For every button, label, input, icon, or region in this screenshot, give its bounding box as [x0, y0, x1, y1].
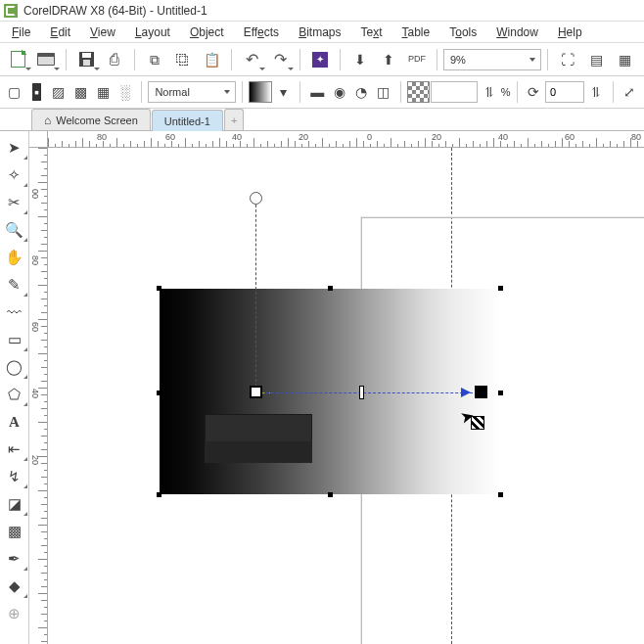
selection-handle[interactable] — [157, 492, 161, 497]
node-opacity-input[interactable] — [431, 81, 478, 103]
node-transparency-swatch[interactable] — [407, 81, 431, 103]
freehand-tool[interactable]: ✎ — [3, 274, 26, 296]
zoom-dropdown[interactable]: 9% — [443, 49, 541, 70]
menu-file[interactable]: File — [2, 23, 40, 41]
export-button[interactable]: ⬆ — [375, 47, 402, 72]
import-button[interactable]: ⬇ — [346, 47, 374, 72]
selection-handle[interactable] — [328, 492, 333, 497]
add-tab-button[interactable]: + — [224, 109, 244, 130]
toolbar-separator — [517, 81, 518, 103]
transparency-swatch[interactable] — [249, 81, 272, 103]
show-grid-button[interactable]: ▦ — [611, 47, 638, 72]
quick-customize-button[interactable]: ⊕ — [3, 603, 26, 624]
ellipse-tool[interactable]: ◯ — [3, 356, 26, 378]
save-button[interactable] — [72, 47, 100, 72]
toolbar-separator — [299, 81, 300, 103]
new-doc-button[interactable] — [4, 47, 31, 72]
tab-welcome[interactable]: ⌂ Welcome Screen — [31, 109, 151, 130]
pattern-transparency-button[interactable]: ▩ — [70, 79, 92, 105]
menu-view[interactable]: View — [80, 23, 125, 41]
selection-handle[interactable] — [498, 391, 503, 395]
selection-handle[interactable] — [157, 286, 161, 291]
toolbar-separator — [231, 49, 232, 70]
fullscreen-button[interactable]: ⛶ — [554, 47, 581, 72]
menu-effects[interactable]: Effects — [234, 23, 290, 41]
tab-untitled-1[interactable]: Untitled-1 — [152, 110, 223, 131]
rectangular-transparency-button[interactable]: ◫ — [373, 79, 394, 105]
menu-text[interactable]: Text — [350, 23, 391, 41]
menu-bitmaps[interactable]: Bitmaps — [289, 23, 350, 41]
menu-object[interactable]: Object — [180, 23, 234, 41]
transparency-end-handle[interactable] — [475, 386, 487, 398]
artistic-media-tool[interactable]: 〰 — [3, 301, 26, 323]
pan-tool[interactable]: ✋ — [3, 247, 26, 268]
show-rulers-button[interactable]: ▤ — [582, 47, 610, 72]
transparency-picker-dropdown[interactable]: ▾ — [273, 79, 295, 105]
merge-mode-dropdown[interactable]: Normal — [148, 81, 236, 103]
publish-pdf-button[interactable]: PDF — [403, 47, 431, 72]
shape-tool[interactable]: ✧ — [3, 164, 26, 186]
menu-window[interactable]: Window — [486, 23, 548, 41]
ruler-horizontal[interactable]: 80 60 40 20 0 20 40 60 80 — [48, 131, 644, 148]
fountain-transparency-button[interactable]: ▨ — [48, 79, 69, 105]
ruler-tick-label: 60 — [30, 322, 40, 332]
print-button[interactable] — [101, 47, 128, 72]
elliptical-transparency-button[interactable]: ◉ — [329, 79, 350, 105]
home-icon: ⌂ — [44, 114, 51, 127]
selection-handle[interactable] — [328, 286, 333, 291]
transparency-freeform-handle[interactable] — [250, 192, 262, 205]
menu-edit[interactable]: Edit — [40, 23, 80, 41]
copy-button[interactable]: ⿻ — [169, 47, 197, 72]
selection-handle[interactable] — [498, 492, 503, 497]
plus-icon: + — [231, 115, 237, 126]
cut-button[interactable]: ⧉ — [141, 47, 168, 72]
bitmap-transparency-button[interactable]: ▦ — [92, 79, 114, 105]
open-button[interactable] — [32, 47, 60, 72]
interactive-fill-tool[interactable]: ◆ — [3, 575, 26, 597]
uniform-transparency-button[interactable]: ▪ — [26, 79, 48, 105]
menu-help[interactable]: Help — [548, 23, 592, 41]
conical-transparency-button[interactable]: ◔ — [351, 79, 373, 105]
transparency-start-handle[interactable] — [250, 386, 262, 398]
pick-tool[interactable]: ➤ — [3, 137, 26, 159]
selection-handle[interactable] — [157, 391, 161, 395]
gradient-rectangle-object[interactable] — [160, 289, 500, 494]
opacity-stepper[interactable]: ⥮ — [479, 79, 500, 105]
paste-button[interactable]: 📋 — [198, 47, 225, 72]
linear-transparency-button[interactable]: ▬ — [306, 79, 328, 105]
drop-shadow-tool[interactable]: ◪ — [3, 493, 26, 515]
transparency-midpoint-handle[interactable] — [359, 386, 364, 399]
rectangle-tool[interactable]: ▭ — [3, 329, 26, 350]
polygon-tool[interactable]: ⬠ — [3, 384, 26, 405]
ruler-vertical[interactable]: 00 80 60 40 20 — [29, 148, 48, 644]
menu-table[interactable]: Table — [392, 23, 440, 41]
menu-layout[interactable]: Layout — [125, 23, 180, 41]
ruler-tick-label: 20 — [432, 132, 441, 142]
free-scale-button[interactable]: ⤢ — [619, 79, 640, 105]
tab-label: Welcome Screen — [56, 115, 138, 126]
search-content-button[interactable]: ✦ — [306, 47, 334, 72]
menu-tools[interactable]: Tools — [439, 23, 486, 41]
dimension-tool[interactable]: ⇤ — [3, 438, 26, 460]
workspace: ➤ ✧ ✂ 🔍 ✋ ✎ 〰 ▭ ◯ ⬠ A ⇤ ↯ ◪ ▩ ✒ ◆ ⊕ 80 6… — [0, 131, 644, 644]
undo-button[interactable] — [238, 47, 265, 72]
ruler-origin[interactable] — [29, 131, 48, 148]
zoom-tool[interactable]: 🔍 — [3, 219, 26, 241]
app-logo-icon — [4, 4, 18, 18]
dark-panel-object-b[interactable] — [205, 441, 312, 463]
rotate-label-icon: ⟳ — [523, 79, 544, 105]
eyedropper-tool[interactable]: ✒ — [3, 548, 26, 570]
text-tool[interactable]: A — [3, 411, 26, 433]
transparency-tool[interactable]: ▩ — [3, 521, 26, 542]
drawing-canvas[interactable]: ➤ — [48, 148, 644, 644]
ruler-tick-label: 80 — [631, 132, 641, 142]
selection-handle[interactable] — [498, 286, 503, 291]
redo-button[interactable] — [266, 47, 294, 72]
crop-tool[interactable]: ✂ — [3, 192, 26, 213]
document-tabs: ⌂ Welcome Screen Untitled-1 + — [0, 109, 644, 131]
no-transparency-button[interactable]: ▢ — [4, 79, 25, 105]
connector-tool[interactable]: ↯ — [3, 466, 26, 487]
rotation-stepper[interactable]: ⥮ — [585, 79, 607, 105]
rotation-input[interactable] — [545, 81, 584, 103]
texture-transparency-button[interactable]: ░ — [115, 79, 136, 105]
